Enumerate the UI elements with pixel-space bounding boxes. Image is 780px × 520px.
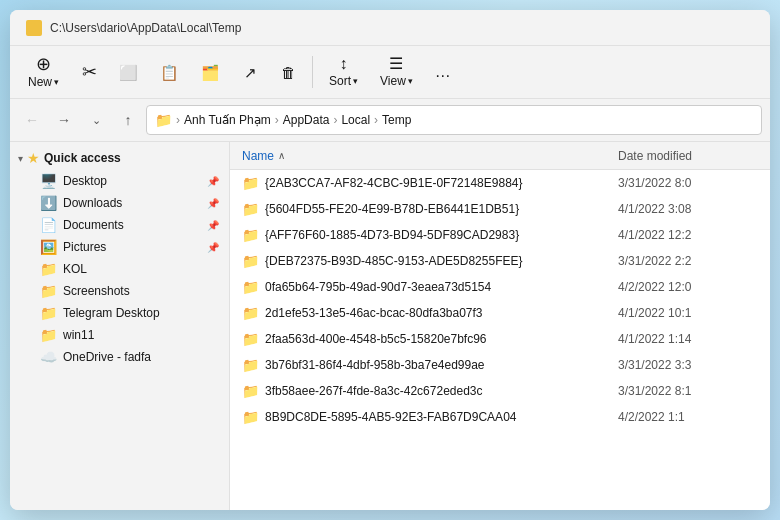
sidebar-item-screenshots[interactable]: 📁 Screenshots <box>12 280 227 302</box>
folder-icon: 📁 <box>242 357 259 373</box>
table-row[interactable]: 📁 {2AB3CCA7-AF82-4CBC-9B1E-0F72148E9884}… <box>230 170 770 196</box>
folder-icon: 📁 <box>242 331 259 347</box>
title-bar: C:\Users\dario\AppData\Local\Temp <box>10 10 770 46</box>
back-button[interactable]: ← <box>18 106 46 134</box>
paste-icon: 📋 <box>160 65 179 80</box>
file-name: 3fb58aee-267f-4fde-8a3c-42c672eded3c <box>265 384 618 398</box>
copy-button[interactable]: ⬜ <box>109 50 148 94</box>
file-list-header: Name ∧ Date modified <box>230 142 770 170</box>
folder-icon: 📁 <box>242 227 259 243</box>
delete-button[interactable]: 🗑 <box>270 50 306 94</box>
table-row[interactable]: 📁 0fa65b64-795b-49ad-90d7-3eaea73d5154 4… <box>230 274 770 300</box>
quick-access-label: Quick access <box>44 151 121 165</box>
breadcrumb-appdata[interactable]: AppData <box>283 113 330 127</box>
sidebar: ▾ ★ Quick access 🖥️ Desktop 📌 ⬇️ Downloa… <box>10 142 230 510</box>
kol-icon: 📁 <box>40 261 57 277</box>
sidebar-item-downloads[interactable]: ⬇️ Downloads 📌 <box>12 192 227 214</box>
delete-icon: 🗑 <box>281 65 296 80</box>
table-row[interactable]: 📁 3b76bf31-86f4-4dbf-958b-3ba7e4ed99ae 3… <box>230 352 770 378</box>
desktop-icon: 🖥️ <box>40 173 57 189</box>
breadcrumb-folder-icon: 📁 <box>155 112 172 128</box>
sort-label: Sort ▾ <box>329 74 358 88</box>
view-button[interactable]: ☰ View ▾ <box>370 50 423 94</box>
sidebar-kol-label: KOL <box>63 262 219 276</box>
paste-button[interactable]: 📋 <box>150 50 189 94</box>
onedrive-icon: ☁️ <box>40 349 57 365</box>
file-name: {DEB72375-B93D-485C-9153-ADE5D8255FEE} <box>265 254 618 268</box>
sidebar-item-telegram[interactable]: 📁 Telegram Desktop <box>12 302 227 324</box>
file-name: 2d1efe53-13e5-46ac-bcac-80dfa3ba07f3 <box>265 306 618 320</box>
share-button[interactable]: ↗ <box>232 50 268 94</box>
file-area: Name ∧ Date modified 📁 {2AB3CCA7-AF82-4C… <box>230 142 770 510</box>
more-button[interactable]: … <box>425 50 461 94</box>
file-date: 3/31/2022 8:1 <box>618 384 758 398</box>
table-row[interactable]: 📁 {DEB72375-B93D-485C-9153-ADE5D8255FEE}… <box>230 248 770 274</box>
sidebar-item-documents[interactable]: 📄 Documents 📌 <box>12 214 227 236</box>
file-name: 3b76bf31-86f4-4dbf-958b-3ba7e4ed99ae <box>265 358 618 372</box>
toolbar: ⊕ New ▾ ✂ ⬜ 📋 🗂️ ↗ 🗑 ↕ Sort <box>10 46 770 99</box>
file-date: 4/2/2022 1:1 <box>618 410 758 424</box>
sort-icon: ↕ <box>340 56 348 72</box>
col-name-header[interactable]: Name ∧ <box>242 149 618 163</box>
file-name: 0fa65b64-795b-49ad-90d7-3eaea73d5154 <box>265 280 618 294</box>
rename-button[interactable]: 🗂️ <box>191 50 230 94</box>
pictures-pin-icon: 📌 <box>207 242 219 253</box>
file-name: 2faa563d-400e-4548-b5c5-15820e7bfc96 <box>265 332 618 346</box>
pictures-icon: 🖼️ <box>40 239 57 255</box>
table-row[interactable]: 📁 8B9DC8DE-5895-4AB5-92E3-FAB67D9CAA04 4… <box>230 404 770 430</box>
sidebar-onedrive-label: OneDrive - fadfa <box>63 350 219 364</box>
title-bar-path: C:\Users\dario\AppData\Local\Temp <box>50 21 241 35</box>
file-date: 4/2/2022 12:0 <box>618 280 758 294</box>
file-date: 3/31/2022 3:3 <box>618 358 758 372</box>
folder-icon: 📁 <box>242 201 259 217</box>
sort-button[interactable]: ↕ Sort ▾ <box>319 50 368 94</box>
recent-button[interactable]: ⌄ <box>82 106 110 134</box>
cut-button[interactable]: ✂ <box>71 50 107 94</box>
table-row[interactable]: 📁 2d1efe53-13e5-46ac-bcac-80dfa3ba07f3 4… <box>230 300 770 326</box>
table-row[interactable]: 📁 {5604FD55-FE20-4E99-B78D-EB6441E1DB51}… <box>230 196 770 222</box>
sidebar-item-onedrive[interactable]: ☁️ OneDrive - fadfa <box>12 346 227 368</box>
sidebar-screenshots-label: Screenshots <box>63 284 219 298</box>
sidebar-item-kol[interactable]: 📁 KOL <box>12 258 227 280</box>
file-list: 📁 {2AB3CCA7-AF82-4CBC-9B1E-0F72148E9884}… <box>230 170 770 510</box>
folder-icon: 📁 <box>242 409 259 425</box>
documents-icon: 📄 <box>40 217 57 233</box>
forward-button[interactable]: → <box>50 106 78 134</box>
breadcrumb-bar[interactable]: 📁 › Anh Tuấn Phạm › AppData › Local › Te… <box>146 105 762 135</box>
copy-icon: ⬜ <box>119 65 138 80</box>
sidebar-downloads-label: Downloads <box>63 196 201 210</box>
sidebar-item-desktop[interactable]: 🖥️ Desktop 📌 <box>12 170 227 192</box>
desktop-pin-icon: 📌 <box>207 176 219 187</box>
more-icon: … <box>435 64 451 80</box>
telegram-icon: 📁 <box>40 305 57 321</box>
file-date: 3/31/2022 2:2 <box>618 254 758 268</box>
file-date: 4/1/2022 10:1 <box>618 306 758 320</box>
sidebar-item-win11[interactable]: 📁 win11 <box>12 324 227 346</box>
sidebar-win11-label: win11 <box>63 328 219 342</box>
col-date-header[interactable]: Date modified <box>618 149 758 163</box>
file-date: 3/31/2022 8:0 <box>618 176 758 190</box>
address-bar: ← → ⌄ ↑ 📁 › Anh Tuấn Phạm › AppData › Lo… <box>10 99 770 142</box>
table-row[interactable]: 📁 2faa563d-400e-4548-b5c5-15820e7bfc96 4… <box>230 326 770 352</box>
sidebar-pictures-label: Pictures <box>63 240 201 254</box>
new-button[interactable]: ⊕ New ▾ <box>18 50 69 94</box>
folder-icon: 📁 <box>242 383 259 399</box>
table-row[interactable]: 📁 3fb58aee-267f-4fde-8a3c-42c672eded3c 3… <box>230 378 770 404</box>
sidebar-documents-label: Documents <box>63 218 201 232</box>
view-chevron: ▾ <box>408 76 413 86</box>
sort-arrow-icon: ∧ <box>278 150 285 161</box>
up-button[interactable]: ↑ <box>114 106 142 134</box>
breadcrumb-local[interactable]: Local <box>341 113 370 127</box>
breadcrumb-anh[interactable]: Anh Tuấn Phạm <box>184 113 271 127</box>
cut-icon: ✂ <box>82 63 97 81</box>
file-name: {2AB3CCA7-AF82-4CBC-9B1E-0F72148E9884} <box>265 176 618 190</box>
quick-access-header[interactable]: ▾ ★ Quick access <box>10 146 229 170</box>
folder-icon: 📁 <box>242 175 259 191</box>
new-chevron: ▾ <box>54 77 59 87</box>
breadcrumb-temp[interactable]: Temp <box>382 113 411 127</box>
col-name-label: Name <box>242 149 274 163</box>
sidebar-item-pictures[interactable]: 🖼️ Pictures 📌 <box>12 236 227 258</box>
title-bar-folder-icon <box>26 20 42 36</box>
table-row[interactable]: 📁 {AFF76F60-1885-4D73-BD94-5DF89CAD2983}… <box>230 222 770 248</box>
folder-icon: 📁 <box>242 253 259 269</box>
